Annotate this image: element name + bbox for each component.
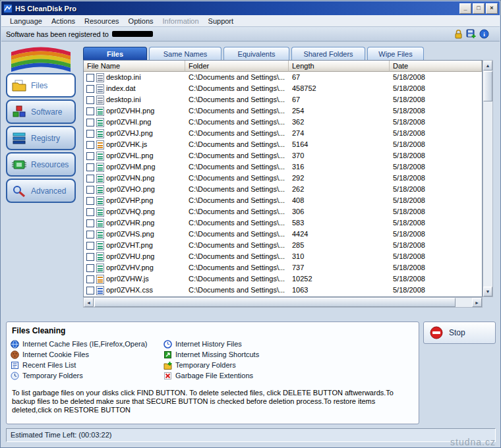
file-folder: C:\Documents and Settings\... (185, 105, 289, 117)
file-name: opr0ZVHQ.png (106, 206, 155, 217)
file-date: 5/18/2008 (390, 229, 482, 240)
scroll-right-button[interactable]: ► (472, 298, 482, 307)
file-length: 254 (289, 105, 390, 117)
menu-options[interactable]: Options (124, 16, 158, 26)
column-header-file-name[interactable]: File Name (84, 61, 185, 72)
menu-resources[interactable]: Resources (80, 16, 124, 26)
vertical-scrollbar[interactable]: ▲ ▼ (483, 60, 493, 297)
clean-option-internet-cache[interactable]: Internet Cache Files (IE,Firefox,Opera) (11, 339, 163, 349)
tab-shared-folders[interactable]: Shared Folders (291, 47, 365, 60)
table-row[interactable]: opr0ZVHU.png C:\Documents and Settings\.… (84, 251, 482, 262)
vertical-scroll-thumb[interactable] (483, 71, 492, 101)
table-row[interactable]: opr0ZVHS.png C:\Documents and Settings\.… (84, 229, 482, 240)
row-checkbox[interactable] (86, 96, 94, 104)
row-checkbox[interactable] (86, 119, 94, 126)
sidebar-item-resources[interactable]: Resources (6, 152, 76, 177)
scroll-left-button[interactable]: ◄ (84, 298, 94, 307)
row-checkbox[interactable] (86, 85, 94, 93)
clean-option-internet-history[interactable]: Internet History Files (163, 339, 419, 349)
row-checkbox[interactable] (86, 242, 94, 250)
row-checkbox[interactable] (86, 275, 94, 283)
table-row[interactable]: opr0ZVHN.png C:\Documents and Settings\.… (84, 173, 482, 184)
table-row[interactable]: desktop.ini C:\Documents and Settings\..… (84, 94, 482, 105)
table-row[interactable]: opr0ZVHW.js C:\Documents and Settings\..… (84, 273, 482, 285)
backup-disk-icon[interactable] (466, 29, 476, 39)
tab-equivalents[interactable]: Equivalents (223, 47, 289, 60)
table-row[interactable]: opr0ZVHK.js C:\Documents and Settings\..… (84, 139, 482, 150)
file-icon (96, 84, 104, 94)
file-name: opr0ZVHK.js (106, 139, 147, 150)
row-checkbox[interactable] (86, 253, 94, 261)
table-row[interactable]: opr0ZVHJ.png C:\Documents and Settings\.… (84, 128, 482, 139)
file-icon (96, 185, 104, 194)
row-checkbox[interactable] (86, 287, 94, 294)
clean-option-garbage-extensions[interactable]: Garbage File Extentions (163, 370, 419, 381)
row-checkbox[interactable] (86, 74, 94, 82)
clean-option-temp-folders-left[interactable]: Temporary Folders (11, 370, 163, 381)
table-row[interactable]: opr0ZVHP.png C:\Documents and Settings\.… (84, 195, 482, 206)
table-row[interactable]: opr0ZVHR.png C:\Documents and Settings\.… (84, 217, 482, 229)
clean-option-temp-folders-right[interactable]: Temporary Folders (163, 360, 419, 370)
row-checkbox[interactable] (86, 231, 94, 238)
row-checkbox[interactable] (86, 197, 94, 205)
row-checkbox[interactable] (86, 130, 94, 138)
tab-wipe-files[interactable]: Wipe Files (367, 47, 424, 60)
table-row[interactable]: index.dat C:\Documents and Settings\... … (84, 83, 482, 94)
menu-actions[interactable]: Actions (47, 16, 80, 26)
file-date: 5/18/2008 (390, 173, 482, 184)
file-date: 5/18/2008 (390, 128, 482, 139)
row-checkbox[interactable] (86, 141, 94, 149)
column-header-folder[interactable]: Folder (185, 61, 289, 72)
row-checkbox[interactable] (86, 186, 94, 194)
table-row[interactable]: opr0ZVHV.png C:\Documents and Settings\.… (84, 262, 482, 273)
stop-button[interactable]: Stop (423, 322, 496, 344)
maximize-button[interactable]: □ (473, 3, 485, 14)
table-row[interactable]: opr0ZVHT.png C:\Documents and Settings\.… (84, 240, 482, 251)
sidebar-item-files[interactable]: Files (6, 73, 76, 98)
row-checkbox[interactable] (86, 152, 94, 160)
row-checkbox[interactable] (86, 175, 94, 182)
row-checkbox[interactable] (86, 208, 94, 216)
tab-files[interactable]: Files (83, 47, 147, 60)
clean-option-missing-shortcuts[interactable]: Internet Missing Shortcuts (163, 349, 419, 360)
file-length: 274 (289, 128, 390, 139)
app-window: HS CleanDisk Pro _ □ × Language Actions … (0, 0, 501, 448)
app-icon (3, 4, 13, 13)
table-row[interactable]: opr0ZVHQ.png C:\Documents and Settings\.… (84, 206, 482, 217)
row-checkbox[interactable] (86, 264, 94, 272)
file-icon (96, 208, 104, 217)
horizontal-scrollbar[interactable]: ◄ ► (83, 297, 483, 308)
close-button[interactable]: × (486, 3, 498, 14)
lock-icon[interactable] (454, 29, 463, 39)
menu-bar: Language Actions Resources Options Infor… (1, 15, 500, 27)
table-row[interactable]: opr0ZVHX.css C:\Documents and Settings\.… (84, 285, 482, 296)
horizontal-scroll-thumb[interactable] (94, 298, 456, 307)
tab-same-names[interactable]: Same Names (149, 47, 221, 60)
sidebar-item-software[interactable]: Software (6, 99, 76, 124)
column-header-date[interactable]: Date (390, 61, 482, 72)
info-icon[interactable]: i (479, 29, 489, 39)
sidebar-item-advanced[interactable]: Advanced (6, 179, 76, 203)
scroll-down-button[interactable]: ▼ (483, 287, 492, 296)
titlebar[interactable]: HS CleanDisk Pro _ □ × (1, 1, 500, 15)
row-checkbox[interactable] (86, 107, 94, 115)
table-row[interactable]: opr0ZVHL.png C:\Documents and Settings\.… (84, 150, 482, 161)
clean-option-internet-cookies[interactable]: Internet Cookie Files (11, 349, 163, 360)
minimize-button[interactable]: _ (459, 3, 471, 14)
file-folder: C:\Documents and Settings\... (185, 262, 289, 273)
table-row[interactable]: opr0ZVHM.png C:\Documents and Settings\.… (84, 161, 482, 173)
registration-text: Software has been registered to (6, 30, 109, 38)
menu-support[interactable]: Support (204, 16, 239, 26)
menu-language[interactable]: Language (5, 16, 47, 26)
clean-option-recent-files[interactable]: Recent Files List (11, 360, 163, 370)
table-row[interactable]: opr0ZVHO.png C:\Documents and Settings\.… (84, 184, 482, 195)
table-row[interactable]: desktop.ini C:\Documents and Settings\..… (84, 72, 482, 83)
file-name: opr0ZVHR.png (106, 217, 154, 229)
sidebar-item-registry[interactable]: Registry (6, 126, 76, 150)
row-checkbox[interactable] (86, 163, 94, 171)
scroll-up-button[interactable]: ▲ (483, 61, 492, 70)
table-row[interactable]: opr0ZVHH.png C:\Documents and Settings\.… (84, 105, 482, 117)
table-row[interactable]: opr0ZVHI.png C:\Documents and Settings\.… (84, 117, 482, 128)
column-header-length[interactable]: Length (289, 61, 390, 72)
row-checkbox[interactable] (86, 219, 94, 227)
